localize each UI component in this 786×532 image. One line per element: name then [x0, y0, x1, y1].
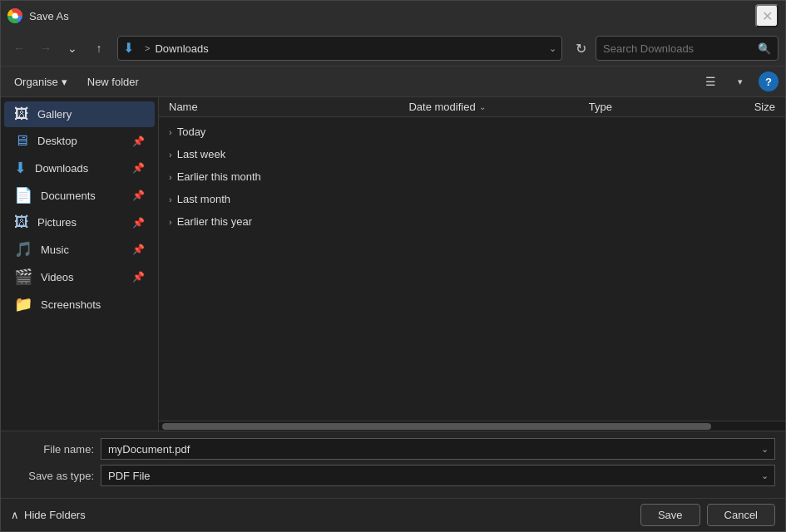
- back-button[interactable]: ←: [7, 37, 31, 60]
- last-week-chevron-icon: ›: [169, 150, 172, 160]
- save-type-label: Save as type:: [11, 470, 94, 482]
- sort-arrow-icon: ⌄: [479, 102, 486, 111]
- new-folder-label: New folder: [87, 76, 139, 88]
- svg-point-2: [12, 13, 18, 19]
- organise-arrow: ▾: [62, 76, 67, 88]
- save-type-wrapper: PDF File All Files ⌄: [101, 465, 775, 486]
- column-type-label: Type: [589, 101, 612, 113]
- sidebar-label-screenshots: Screenshots: [41, 298, 145, 311]
- today-label: Today: [177, 126, 206, 138]
- music-icon: 🎵: [14, 240, 32, 259]
- titlebar-left: Save As: [7, 8, 69, 23]
- footer-buttons: Save Cancel: [640, 504, 775, 526]
- desktop-icon: 🖥: [14, 132, 29, 150]
- view-icon: ☰: [705, 75, 716, 88]
- action-bar: Organise ▾ New folder ☰ ▾ ?: [1, 66, 785, 97]
- videos-icon: 🎬: [14, 268, 32, 286]
- sidebar-item-gallery[interactable]: 🖼 Gallery: [4, 101, 155, 127]
- downloads-folder-icon: ⬇: [123, 40, 140, 57]
- sidebar-label-downloads: Downloads: [35, 162, 124, 175]
- refresh-button[interactable]: ↻: [569, 37, 592, 60]
- column-headers: Name Date modified ⌄ Type Size: [159, 97, 785, 117]
- group-last-month[interactable]: › Last month: [159, 188, 785, 210]
- save-button[interactable]: Save: [640, 504, 700, 526]
- sidebar-label-videos: Videos: [41, 271, 124, 283]
- forward-button[interactable]: →: [34, 37, 57, 60]
- chrome-icon: [7, 8, 22, 23]
- sidebar-label-pictures: Pictures: [37, 216, 124, 229]
- sidebar: 🖼 Gallery 🖥 Desktop 📌 ⬇ Downloads 📌 📄 Do…: [1, 97, 159, 431]
- address-path: Downloads: [155, 42, 544, 55]
- sidebar-item-videos[interactable]: 🎬 Videos 📌: [4, 264, 155, 290]
- earlier-year-chevron-icon: ›: [169, 217, 172, 227]
- organise-button[interactable]: Organise ▾: [7, 72, 74, 91]
- file-area: Name Date modified ⌄ Type Size › Today: [159, 97, 785, 431]
- dropdown-button[interactable]: ⌄: [61, 37, 84, 60]
- search-input[interactable]: [603, 42, 753, 55]
- last-month-chevron-icon: ›: [169, 195, 172, 204]
- view-dropdown-button[interactable]: ▾: [729, 70, 752, 93]
- horizontal-scrollbar[interactable]: [159, 421, 785, 431]
- navigation-toolbar: ← → ⌄ ↑ ⬇ > Downloads ⌄ ↻ 🔍: [1, 31, 785, 66]
- group-earlier-this-month[interactable]: › Earlier this month: [159, 165, 785, 188]
- today-chevron-icon: ›: [169, 127, 172, 137]
- hide-folders-button[interactable]: ∧ Hide Folders: [11, 509, 86, 521]
- file-name-select[interactable]: myDocument.pdf: [101, 438, 775, 460]
- sidebar-item-pictures[interactable]: 🖼 Pictures 📌: [4, 209, 155, 235]
- last-week-label: Last week: [177, 148, 226, 160]
- earlier-month-chevron-icon: ›: [169, 172, 172, 182]
- view-button[interactable]: ☰: [699, 70, 722, 93]
- sidebar-item-downloads[interactable]: ⬇ Downloads 📌: [4, 155, 155, 181]
- sidebar-item-documents[interactable]: 📄 Documents 📌: [4, 182, 155, 209]
- documents-pin-icon: 📌: [132, 190, 145, 201]
- address-bar[interactable]: ⬇ > Downloads ⌄: [117, 36, 562, 61]
- hide-folders-arrow-icon: ∧: [11, 509, 19, 521]
- group-today[interactable]: › Today: [159, 121, 785, 143]
- titlebar-title: Save As: [29, 10, 69, 22]
- search-box[interactable]: 🔍: [596, 36, 779, 61]
- help-button[interactable]: ?: [759, 71, 779, 91]
- sidebar-item-music[interactable]: 🎵 Music 📌: [4, 236, 155, 263]
- content-area: 🖼 Gallery 🖥 Desktop 📌 ⬇ Downloads 📌 📄 Do…: [1, 97, 785, 431]
- search-icon: 🔍: [758, 42, 771, 55]
- screenshots-icon: 📁: [14, 295, 32, 313]
- file-list: › Today › Last week › Earlier this month…: [159, 117, 785, 421]
- column-date-modified[interactable]: Date modified ⌄: [408, 101, 588, 113]
- sidebar-label-documents: Documents: [41, 190, 124, 202]
- videos-pin-icon: 📌: [132, 271, 145, 283]
- sidebar-label-desktop: Desktop: [37, 135, 124, 147]
- address-dropdown-icon[interactable]: ⌄: [549, 43, 556, 54]
- column-date-label: Date modified: [408, 101, 475, 113]
- group-last-week[interactable]: › Last week: [159, 143, 785, 165]
- sidebar-label-music: Music: [41, 244, 124, 256]
- music-pin-icon: 📌: [132, 244, 145, 255]
- organise-label: Organise: [14, 76, 58, 88]
- cancel-button[interactable]: Cancel: [707, 504, 775, 526]
- up-button[interactable]: ↑: [87, 37, 111, 60]
- file-name-label: File name:: [11, 443, 94, 456]
- save-type-select[interactable]: PDF File All Files: [101, 465, 775, 486]
- footer: ∧ Hide Folders Save Cancel: [1, 498, 785, 531]
- column-size-label: Size: [754, 101, 775, 113]
- scrollbar-thumb[interactable]: [162, 423, 711, 430]
- documents-icon: 📄: [14, 186, 32, 204]
- save-as-dialog: Save As ✕ ← → ⌄ ↑ ⬇ > Downloads ⌄ ↻ 🔍 Or…: [0, 0, 786, 532]
- sidebar-item-desktop[interactable]: 🖥 Desktop 📌: [4, 128, 155, 154]
- download-sidebar-icon: ⬇: [14, 159, 27, 177]
- pictures-pin-icon: 📌: [132, 217, 145, 229]
- downloads-pin-icon: 📌: [132, 162, 145, 174]
- column-size[interactable]: Size: [709, 101, 775, 113]
- sidebar-item-screenshots[interactable]: 📁 Screenshots: [4, 291, 155, 318]
- column-type[interactable]: Type: [589, 101, 709, 113]
- column-name-label: Name: [169, 101, 198, 113]
- file-name-wrapper: myDocument.pdf ⌄: [101, 438, 775, 460]
- last-month-label: Last month: [177, 193, 230, 205]
- group-earlier-this-year[interactable]: › Earlier this year: [159, 210, 785, 233]
- new-folder-button[interactable]: New folder: [81, 72, 146, 91]
- bottom-form: File name: myDocument.pdf ⌄ Save as type…: [1, 431, 785, 498]
- gallery-icon: 🖼: [14, 106, 29, 123]
- file-name-row: File name: myDocument.pdf ⌄: [11, 438, 775, 460]
- close-button[interactable]: ✕: [755, 4, 779, 27]
- earlier-year-label: Earlier this year: [177, 215, 252, 228]
- column-name[interactable]: Name: [169, 101, 408, 113]
